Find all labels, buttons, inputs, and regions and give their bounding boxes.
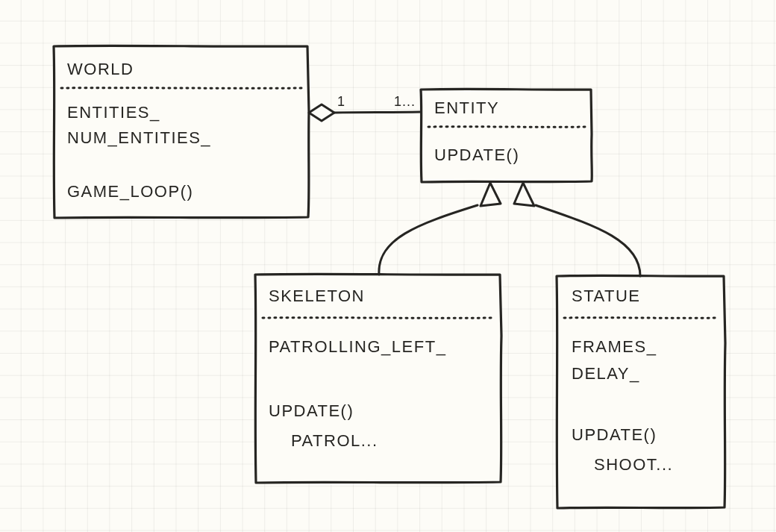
skeleton-method-1: PATROL... — [291, 431, 378, 450]
inheritance-arrowhead-icon — [481, 183, 501, 206]
world-method-0: GAME_LOOP() — [67, 182, 193, 201]
world-attr-1: NUM_ENTITIES_ — [67, 128, 211, 147]
relationship-inheritance-statue — [514, 183, 640, 276]
statue-method-0: UPDATE() — [572, 425, 657, 444]
entity-method-0: UPDATE() — [434, 145, 519, 164]
statue-attr-0: FRAMES_ — [572, 337, 657, 356]
multiplicity-to: 1... — [394, 94, 416, 109]
class-world: WORLD ENTITIES_ NUM_ENTITIES_ GAME_LOOP(… — [54, 46, 309, 218]
inheritance-arrowhead-icon — [514, 183, 534, 206]
skeleton-attr-0: PATROLLING_LEFT_ — [269, 337, 446, 356]
statue-method-1: SHOOT... — [594, 455, 673, 474]
class-statue-title: STATUE — [572, 287, 641, 305]
class-diagram: WORLD ENTITIES_ NUM_ENTITIES_ GAME_LOOP(… — [0, 0, 776, 532]
relationship-inheritance-skeleton — [379, 183, 501, 275]
class-statue: STATUE FRAMES_ DELAY_ UPDATE() SHOOT... — [557, 275, 725, 508]
class-entity: ENTITY UPDATE() — [421, 89, 592, 182]
class-world-title: WORLD — [67, 60, 134, 78]
class-skeleton: SKELETON PATROLLING_LEFT_ UPDATE() PATRO… — [255, 274, 501, 483]
class-skeleton-title: SKELETON — [269, 287, 365, 305]
statue-attr-1: DELAY_ — [572, 364, 640, 383]
class-entity-title: ENTITY — [434, 98, 499, 117]
multiplicity-from: 1 — [337, 94, 345, 109]
world-attr-0: ENTITIES_ — [67, 103, 160, 122]
aggregation-diamond-icon — [309, 104, 334, 121]
skeleton-method-0: UPDATE() — [269, 401, 354, 420]
relationship-aggregation: 1 1... — [309, 94, 421, 121]
